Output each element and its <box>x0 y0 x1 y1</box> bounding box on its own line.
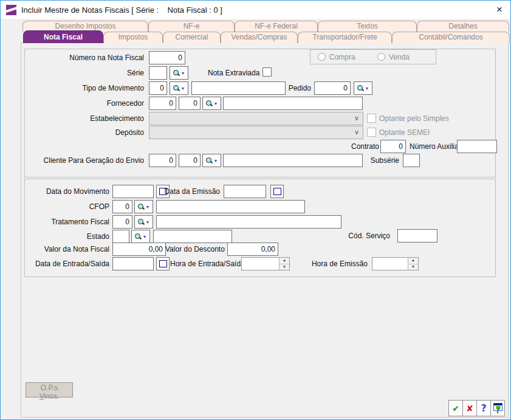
chevron-down-icon: ∨ <box>354 114 359 122</box>
cfop-label: CFOP <box>21 202 109 212</box>
hora-entrada-saida-spinner[interactable]: ▲ ▼ <box>241 257 290 270</box>
data-entrada-saida-input[interactable] <box>112 257 154 270</box>
estado-input[interactable] <box>112 230 129 243</box>
serie-input[interactable] <box>149 66 167 80</box>
nota-extraviada-label: Nota Extraviada <box>208 68 259 78</box>
tab-detalhes[interactable]: Detalhes <box>417 21 509 32</box>
serie-lookup-button[interactable]: ▼ <box>170 66 188 80</box>
magnifier-icon <box>135 233 142 240</box>
window-plug-button[interactable]: ψ <box>490 400 505 416</box>
tab-nfe-federal[interactable]: NF-e Federal <box>235 21 318 32</box>
cfop-input[interactable] <box>112 200 132 213</box>
magnifier-icon <box>206 157 213 164</box>
pedido-lookup-button[interactable]: ▼ <box>354 81 372 95</box>
fornecedor-input-2[interactable] <box>179 97 201 110</box>
data-emissao-calendar-button[interactable] <box>270 185 284 198</box>
optante-semei-checkbox[interactable] <box>367 128 376 137</box>
data-emissao-input[interactable] <box>224 185 266 198</box>
numero-auxiliar-label: Número Auxiliar <box>410 142 461 151</box>
numero-nota-fiscal-input[interactable] <box>149 51 185 64</box>
venda-radio-label: Venda <box>389 52 410 62</box>
cliente-envio-input-2[interactable] <box>179 154 201 167</box>
data-movimento-label: Data do Movimento <box>21 187 109 196</box>
data-entrada-calendar-button[interactable] <box>156 257 170 270</box>
dropdown-arrow-icon: ▼ <box>365 86 369 91</box>
fornecedor-lookup-button[interactable]: ▼ <box>202 97 221 110</box>
pedido-input[interactable] <box>314 81 351 95</box>
spin-up-button[interactable]: ▲ <box>408 258 418 264</box>
venda-radio[interactable] <box>377 53 385 61</box>
tratamento-fiscal-desc-input[interactable] <box>156 215 341 229</box>
magnifier-icon <box>138 219 145 225</box>
tipo-movimento-lookup-button[interactable]: ▼ <box>170 81 188 95</box>
spin-up-button[interactable]: ▲ <box>280 258 289 264</box>
compra-radio[interactable] <box>318 53 326 61</box>
magnifier-icon <box>138 204 145 210</box>
optante-simples-checkbox[interactable] <box>367 114 376 123</box>
title-bar: Incluir Mestre de Notas Fiscais [ Série … <box>1 1 510 19</box>
pedido-label: Pedido <box>252 83 311 93</box>
numero-auxiliar-input[interactable] <box>457 140 497 153</box>
subserie-input[interactable] <box>403 154 420 167</box>
dropdown-arrow-icon: ▼ <box>214 102 218 106</box>
tratamento-fiscal-label: Tratamento Fiscal <box>21 217 109 227</box>
action-button-bar: ✔ ✘ ? ψ <box>449 400 505 416</box>
tipo-movimento-label: Tipo de Movimento <box>21 83 144 93</box>
help-button[interactable]: ? <box>476 400 491 416</box>
ops-vincs-label-key: V <box>39 392 44 401</box>
tab-textos[interactable]: Textos <box>318 21 417 32</box>
valor-nota-fiscal-input[interactable] <box>112 243 166 256</box>
tab-impostos[interactable]: Impostos <box>103 32 163 43</box>
calendar-icon <box>273 188 281 195</box>
deposito-select[interactable]: ∨ <box>149 126 363 139</box>
valor-desconto-input[interactable] <box>227 243 278 256</box>
dropdown-arrow-icon: ▼ <box>181 71 185 75</box>
cliente-envio-lookup-button[interactable]: ▼ <box>202 154 221 167</box>
cfop-desc-input[interactable] <box>156 200 305 213</box>
cancel-button[interactable]: ✘ <box>462 400 477 416</box>
tab-vendas-compras[interactable]: Vendas/Compras <box>221 32 298 43</box>
chevron-down-icon: ∨ <box>354 128 359 136</box>
app-logo-icon <box>6 5 16 15</box>
cliente-envio-input-1[interactable] <box>149 154 176 167</box>
nota-extraviada-checkbox[interactable] <box>262 67 272 77</box>
valor-desconto-label: Valor do Desconto <box>165 244 224 254</box>
fornecedor-desc-input[interactable] <box>223 97 363 110</box>
estado-desc-input[interactable] <box>153 230 232 243</box>
estabelecimento-select[interactable]: ∨ <box>149 112 363 125</box>
cod-servico-input[interactable] <box>397 229 437 243</box>
magnifier-icon <box>357 85 364 92</box>
tab-contabil-comandos[interactable]: Contábil/Comandos <box>392 32 510 43</box>
data-movimento-input[interactable] <box>112 185 154 198</box>
data-entrada-saida-label: Data de Entrada/Saída <box>21 259 109 269</box>
subserie-label: Subsérie <box>349 156 399 165</box>
tratamento-fiscal-input[interactable] <box>112 215 132 229</box>
estabelecimento-label: Estabelecimento <box>21 114 144 123</box>
spin-down-button[interactable]: ▼ <box>280 264 289 270</box>
cliente-envio-desc-input[interactable] <box>223 154 363 167</box>
confirm-button[interactable]: ✔ <box>448 400 463 416</box>
cfop-lookup-button[interactable]: ▼ <box>134 200 153 213</box>
close-button[interactable]: × <box>489 1 510 19</box>
tipo-movimento-input[interactable] <box>149 81 167 95</box>
contrato-input[interactable] <box>380 140 406 153</box>
fornecedor-input-1[interactable] <box>149 97 176 110</box>
tab-comercial[interactable]: Comercial <box>163 32 221 43</box>
ops-vincs-button[interactable]: O.P.s Vincs. <box>26 382 73 398</box>
optante-simples-label: Optante pelo Simples <box>379 114 449 123</box>
tab-nfe[interactable]: NF-e <box>148 21 235 32</box>
tab-nota-fiscal[interactable]: Nota Fiscal <box>23 30 103 43</box>
calendar-icon <box>159 260 167 267</box>
estado-lookup-button[interactable]: ▼ <box>131 230 150 243</box>
hora-emissao-spinner[interactable]: ▲ ▼ <box>372 257 419 270</box>
tab-row-primary: Nota Fiscal Impostos Comercial Vendas/Co… <box>23 32 510 43</box>
spinner-buttons: ▲ ▼ <box>279 258 289 270</box>
tab-transportador-frete[interactable]: Transportador/Frete <box>298 32 392 43</box>
compra-venda-radiogroup: Compra Venda <box>310 49 436 64</box>
contrato-label: Contrato <box>318 142 379 151</box>
magnifier-icon <box>173 70 180 77</box>
dropdown-arrow-icon: ▼ <box>146 205 150 209</box>
spin-down-button[interactable]: ▼ <box>408 264 418 270</box>
tratamento-fiscal-lookup-button[interactable]: ▼ <box>134 215 153 229</box>
fornecedor-label: Fornecedor <box>21 98 144 108</box>
